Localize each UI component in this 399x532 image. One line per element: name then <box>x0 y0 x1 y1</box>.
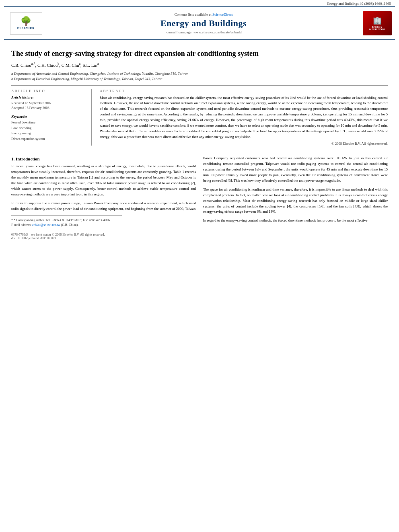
keyword-4: Direct expansion system <box>11 136 86 142</box>
footnote-divider <box>11 215 122 216</box>
footnote-email-label: E-mail address: <box>11 223 31 227</box>
journal-ref-text: Energy and Buildings 40 (2008) 1660–1665 <box>327 2 391 6</box>
body-right-column: Power Company requested customers who ha… <box>203 156 388 240</box>
keyword-2: Load shedding <box>11 125 86 131</box>
journal-reference-bar: Energy and Buildings 40 (2008) 1660–1665 <box>0 0 399 6</box>
divider-1 <box>11 85 388 86</box>
article-info-label: ARTICLE INFO <box>11 89 86 93</box>
abstract-text: Most air conditioning, energy-saving res… <box>100 95 388 140</box>
author-cm-chu: C.M. Chu <box>62 63 79 68</box>
bottom-bar: 0378-7788/$ – see front matter © 2008 El… <box>11 231 196 240</box>
author-sup-a3: a <box>97 62 99 66</box>
body-left-column: 1. Introduction In recent years, energy … <box>11 156 196 240</box>
affiliations: a Department of Automatic and Control En… <box>11 71 388 82</box>
elsevier-tree-icon: 🌳 <box>21 17 31 26</box>
science-direct-link[interactable]: ScienceDirect <box>212 12 232 16</box>
footnote-corresponding-author: * * Corresponding author. Tel.: +886 4 8… <box>11 218 196 223</box>
abstract-column: ABSTRACT Most air conditioning, energy-s… <box>100 89 388 146</box>
energy-buildings-badge: 🏢 ENERGY & BUILDINGS <box>363 11 392 35</box>
paper-content: The study of energy-saving strategy for … <box>0 40 399 244</box>
badge-text-2: & BUILDINGS <box>369 28 385 31</box>
author-sup-a2: a <box>79 62 81 66</box>
science-direct-line: Contents lists available at ScienceDirec… <box>175 12 233 16</box>
article-history-label: Article history: <box>11 95 86 99</box>
info-abstract-columns: ARTICLE INFO Article history: Received 1… <box>11 89 388 146</box>
author-cb-chiou: C.B. Chiou <box>11 63 31 68</box>
footnote-email-person: (C.B. Chiou). <box>61 223 79 227</box>
section1-left-para2: In order to suppress the summer power us… <box>11 201 196 212</box>
section1-right-para3: In regard to the energy-saving control m… <box>203 218 388 224</box>
elsevier-wordmark: ELSEVIER <box>17 27 35 30</box>
elsevier-logo: 🌳 ELSEVIER <box>4 7 48 39</box>
doi-line: doi:10.1016/j.enbuild.2008.02.023 <box>11 236 196 240</box>
section1-right-para2: The space for air conditioning is nonlin… <box>203 187 388 215</box>
contents-label: Contents lists available at <box>175 12 212 16</box>
author-sup-a: a,* <box>31 62 35 66</box>
article-info-column: ARTICLE INFO Article history: Received 1… <box>11 89 92 146</box>
journal-center-info: Contents lists available at ScienceDirec… <box>48 7 359 39</box>
keywords-label: Keywords: <box>11 115 86 119</box>
section1-left-para1: In recent years, energy has been overuse… <box>11 164 196 197</box>
author-ch-chiou: C.H. Chiou <box>37 63 58 68</box>
author-sl-lin: S.L. Lin <box>83 63 97 68</box>
badge-building-icon: 🏢 <box>373 16 382 25</box>
abstract-label: ABSTRACT <box>100 89 388 93</box>
issn-line: 0378-7788/$ – see front matter © 2008 El… <box>11 233 196 236</box>
journal-header: 🌳 ELSEVIER Contents lists available at S… <box>4 6 395 40</box>
elsevier-logo-box: 🌳 ELSEVIER <box>10 12 42 35</box>
footnote-author-info: * Corresponding author. Tel.: +886 4 831… <box>14 218 111 222</box>
body-columns: 1. Introduction In recent years, energy … <box>11 156 388 240</box>
accepted-date: Accepted 15 February 2008 <box>11 105 86 111</box>
author-sup-b: b <box>58 62 59 66</box>
journal-homepage: journal homepage: www.elsevier.com/locat… <box>165 30 241 34</box>
authors-line: C.B. Chioua,*, C.H. Chioub, C.M. Chua, S… <box>11 62 388 68</box>
paper-title: The study of energy-saving strategy for … <box>11 49 388 58</box>
keyword-3: Energy saving <box>11 131 86 136</box>
affiliation-b: b Department of Electrical Engineering, … <box>11 76 388 82</box>
footnote-email-link[interactable]: cchiau@so-net.net.tw <box>32 223 60 227</box>
section1-right-para1: Power Company requested customers who ha… <box>203 156 388 184</box>
footnote-email: E-mail address: cchiau@so-net.net.tw (C.… <box>11 223 196 228</box>
received-date: Received 18 September 2007 <box>11 101 86 106</box>
divider-2 <box>11 149 388 149</box>
journal-title: Energy and Buildings <box>160 18 247 29</box>
keyword-1: Forced downtime <box>11 120 86 125</box>
section1-heading: 1. Introduction <box>11 156 196 161</box>
journal-logo-right: 🏢 ENERGY & BUILDINGS <box>359 7 395 39</box>
affiliation-a: a Department of Automatic and Control En… <box>11 71 388 77</box>
copyright-line: © 2008 Elsevier B.V. All rights reserved… <box>100 142 388 146</box>
